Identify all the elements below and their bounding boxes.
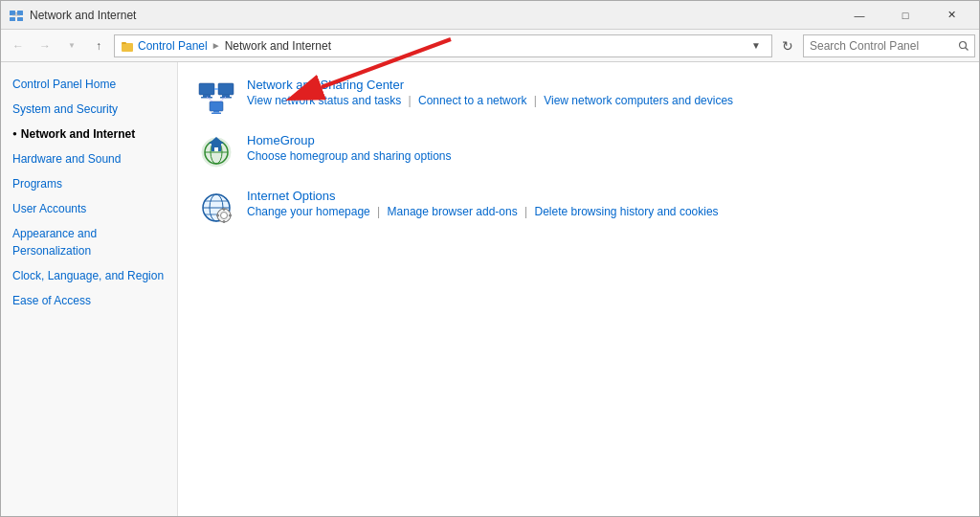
category-network-sharing: Network and Sharing Center View network …: [197, 78, 962, 116]
sidebar-item-system-security[interactable]: System and Security: [1, 97, 177, 122]
view-computers-link[interactable]: View network computers and devices: [544, 94, 733, 107]
address-bar: ← → ▼ ↑ Control Panel ► Network and Inte…: [1, 30, 980, 62]
sep4: |: [524, 205, 527, 218]
svg-rect-20: [212, 113, 221, 115]
delete-history-link[interactable]: Delete browsing history and cookies: [534, 205, 718, 218]
svg-rect-0: [10, 11, 15, 15]
breadcrumb-sep1: ►: [212, 40, 221, 51]
svg-rect-38: [223, 220, 225, 223]
main-layout: Control Panel Home System and Security N…: [1, 62, 980, 517]
network-sharing-content: Network and Sharing Center View network …: [247, 78, 962, 107]
sidebar-item-hardware-sound[interactable]: Hardware and Sound: [1, 146, 177, 171]
svg-rect-37: [223, 208, 225, 211]
internet-options-title[interactable]: Internet Options: [247, 189, 962, 203]
network-sharing-title[interactable]: Network and Sharing Center: [247, 78, 962, 92]
recent-locations-button[interactable]: ▼: [60, 34, 83, 57]
up-button[interactable]: ↑: [87, 34, 110, 57]
view-status-link[interactable]: View network status and tasks: [247, 94, 401, 107]
close-button[interactable]: ✕: [929, 1, 973, 30]
homegroup-options-link[interactable]: Choose homegroup and sharing options: [247, 149, 451, 163]
homegroup-content: HomeGroup Choose homegroup and sharing o…: [247, 133, 962, 163]
svg-rect-2: [10, 17, 15, 21]
window-title: Network and Internet: [30, 9, 136, 22]
minimize-button[interactable]: —: [837, 1, 881, 30]
svg-point-36: [221, 213, 228, 219]
folder-icon: [121, 39, 134, 53]
window-controls: — □ ✕: [837, 1, 973, 30]
svg-rect-3: [17, 17, 23, 21]
sidebar-item-network-internet[interactable]: Network and Internet: [1, 122, 177, 146]
sidebar: Control Panel Home System and Security N…: [1, 62, 178, 517]
category-homegroup: HomeGroup Choose homegroup and sharing o…: [197, 133, 962, 171]
refresh-button[interactable]: ↻: [776, 34, 799, 57]
search-wrapper: [803, 34, 975, 57]
title-bar: Network and Internet — □ ✕: [1, 1, 980, 30]
breadcrumb-dropdown-button[interactable]: ▼: [746, 35, 766, 56]
search-button[interactable]: [954, 35, 973, 56]
search-icon: [958, 40, 969, 52]
network-sharing-links: View network status and tasks | Connect …: [247, 94, 962, 107]
category-internet-options: Internet Options Change your homepage | …: [197, 189, 962, 227]
sidebar-item-appearance[interactable]: Appearance andPersonalization: [1, 221, 177, 263]
svg-rect-29: [214, 147, 218, 151]
forward-button[interactable]: →: [33, 34, 56, 57]
change-homepage-link[interactable]: Change your homepage: [247, 205, 370, 218]
homegroup-icon: [197, 133, 235, 171]
manage-addons-link[interactable]: Manage browser add-ons: [388, 205, 518, 218]
sidebar-item-clock[interactable]: Clock, Language, and Region: [1, 263, 177, 288]
internet-options-content: Internet Options Change your homepage | …: [247, 189, 962, 218]
content-area: Network and Sharing Center View network …: [178, 62, 980, 517]
sidebar-item-programs[interactable]: Programs: [1, 171, 177, 196]
back-button[interactable]: ←: [7, 34, 30, 57]
homegroup-links: Choose homegroup and sharing options: [247, 149, 962, 163]
svg-rect-14: [218, 83, 234, 95]
breadcrumb-current: Network and Internet: [225, 39, 331, 53]
breadcrumb-control-panel[interactable]: Control Panel: [138, 39, 208, 53]
connect-network-link[interactable]: Connect to a network: [418, 94, 526, 107]
svg-point-9: [960, 41, 967, 48]
svg-rect-7: [122, 43, 133, 52]
network-sharing-icon: [197, 78, 235, 116]
svg-rect-8: [122, 42, 126, 44]
svg-rect-1: [17, 11, 23, 15]
breadcrumb-bar: Control Panel ► Network and Internet ▼: [114, 34, 772, 57]
svg-rect-18: [210, 101, 223, 111]
svg-line-10: [966, 47, 969, 50]
internet-options-icon: [197, 189, 235, 227]
sidebar-item-user-accounts[interactable]: User Accounts: [1, 196, 177, 221]
sep1: |: [409, 94, 412, 107]
search-input[interactable]: [803, 34, 975, 57]
svg-rect-11: [199, 83, 214, 95]
sep2: |: [534, 94, 537, 107]
sidebar-item-ease-access[interactable]: Ease of Access: [1, 288, 177, 313]
svg-rect-15: [222, 95, 230, 97]
sidebar-item-control-panel-home[interactable]: Control Panel Home: [1, 72, 177, 97]
internet-options-links: Change your homepage | Manage browser ad…: [247, 205, 962, 218]
svg-rect-39: [216, 214, 219, 216]
svg-rect-19: [213, 111, 219, 113]
maximize-button[interactable]: □: [883, 1, 927, 30]
homegroup-title[interactable]: HomeGroup: [247, 133, 962, 147]
svg-rect-12: [203, 95, 211, 97]
window-icon: [9, 8, 24, 23]
svg-rect-40: [229, 214, 232, 216]
sep3: |: [377, 205, 380, 218]
